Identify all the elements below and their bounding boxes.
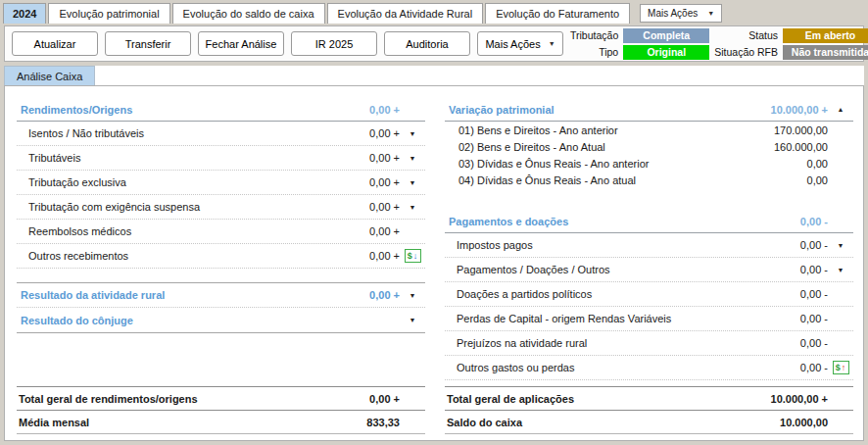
tipo-badge: Original bbox=[623, 45, 709, 60]
content-tab-strip: Análise Caixa bbox=[4, 66, 864, 85]
left-totals: Total geral de rendimentos/origens 0,00 … bbox=[17, 386, 425, 434]
expand-arrow-icon[interactable]: ▼ bbox=[410, 155, 416, 162]
top-tab-bar: 2024 Evolução patrimonial Evolução do sa… bbox=[0, 0, 868, 24]
toolbar-more-actions-label: Mais Ações bbox=[485, 38, 540, 50]
section-title: Pagamentos e doações bbox=[445, 216, 738, 227]
right-totals: Total geral de aplicações 10.000,00 + Sa… bbox=[445, 386, 853, 434]
section-value: 10.000,00 + bbox=[738, 104, 828, 116]
expand-arrow-icon[interactable]: ▼ bbox=[410, 292, 416, 299]
chevron-down-icon: ▼ bbox=[549, 40, 555, 47]
variacao-column: Variação patrimonial 10.000,00 + ▲ 01) B… bbox=[445, 98, 853, 434]
total-rendimentos-row: Total geral de rendimentos/origens 0,00 … bbox=[17, 386, 425, 410]
analise-caixa-panel: Rendimentos/Origens 0,00 + Isentos / Não… bbox=[4, 85, 864, 441]
pagamentos-doacoes-header: Pagamentos e doações 0,00 - bbox=[445, 210, 853, 233]
variacao-patrimonial-header: Variação patrimonial 10.000,00 + ▲ bbox=[445, 98, 853, 122]
situacao-rfb-label: Situação RFB bbox=[714, 46, 778, 58]
expand-arrow-icon[interactable]: ▼ bbox=[410, 179, 416, 186]
fechar-analise-button[interactable]: Fechar Análise bbox=[198, 31, 284, 56]
expand-arrow-icon[interactable]: ▼ bbox=[410, 317, 416, 323]
row-outros-gastos-perdas: Outros gastos ou perdas 0,00 - $↑ bbox=[445, 356, 853, 380]
status-badge: Em aberto bbox=[783, 28, 868, 43]
row-reembolsos-medicos: Reembolsos médicos 0,00 + bbox=[17, 220, 425, 244]
collapse-arrow-icon[interactable]: ▲ bbox=[838, 106, 844, 113]
expand-arrow-icon[interactable]: ▼ bbox=[838, 267, 844, 273]
tributacao-badge: Completa bbox=[623, 28, 709, 43]
auditoria-button[interactable]: Auditoria bbox=[384, 31, 470, 56]
item-bens-direitos-ano-atual: 02) Bens e Direitos - Ano Atual 160.000,… bbox=[445, 138, 853, 155]
top-more-actions-button[interactable]: Mais Ações ▼ bbox=[640, 4, 722, 23]
tab-evolucao-patrimonial[interactable]: Evolução patrimonial bbox=[48, 3, 169, 24]
tipo-label: Tipo bbox=[570, 46, 618, 58]
app-window: 2024 Evolução patrimonial Evolução do sa… bbox=[0, 0, 868, 445]
item-dividas-onus-ano-atual: 04) Dívidas e Ônus Reais - Ano atual 0,0… bbox=[445, 172, 853, 188]
transferir-button[interactable]: Transferir bbox=[105, 31, 191, 56]
section-value: 0,00 - bbox=[738, 216, 828, 227]
chevron-down-icon: ▼ bbox=[707, 10, 714, 17]
row-perdas-capital-rendas-variaveis: Perdas de Capital - origem Rendas Variáv… bbox=[445, 307, 853, 331]
tab-year-2024[interactable]: 2024 bbox=[3, 3, 46, 24]
tab-evolucao-saldo-caixa[interactable]: Evolução do saldo de caixa bbox=[172, 3, 325, 24]
row-outros-recebimentos: Outros recebimentos 0,00 + $↓ bbox=[17, 244, 425, 269]
tab-analise-caixa[interactable]: Análise Caixa bbox=[4, 66, 95, 85]
status-label: Status bbox=[714, 29, 778, 41]
section-title: Variação patrimonial bbox=[445, 104, 738, 116]
tributacao-label: Tributação bbox=[570, 29, 618, 41]
expand-arrow-icon[interactable]: ▼ bbox=[838, 242, 844, 249]
row-pagamentos-doacoes-outros: Pagamentos / Doações / Outros 0,00 - ▼ bbox=[445, 258, 853, 282]
item-bens-direitos-ano-anterior: 01) Bens e Direitos - Ano anterior 170.0… bbox=[445, 122, 853, 138]
toolbar-panel: Atualizar Transferir Fechar Análise IR 2… bbox=[4, 25, 864, 62]
row-doacoes-partidos-politicos: Doações a partidos políticos 0,00 - bbox=[445, 282, 853, 307]
row-isentos-nao-tributaveis: Isentos / Não tributáveis 0,00 + ▼ bbox=[17, 122, 425, 146]
section-title: Rendimentos/Origens bbox=[17, 104, 310, 116]
ir-2025-button[interactable]: IR 2025 bbox=[291, 31, 377, 56]
row-resultado-atividade-rural: Resultado da atividade rural 0,00 + ▼ bbox=[17, 283, 425, 308]
row-prejuizos-atividade-rural: Prejuízos na atividade rural 0,00 - bbox=[445, 331, 853, 356]
row-resultado-conjuge: Resultado do cônjuge ▼ bbox=[17, 308, 425, 332]
tab-evolucao-faturamento[interactable]: Evolução do Faturamento bbox=[485, 3, 630, 24]
row-impostos-pagos: Impostos pagos 0,00 - ▼ bbox=[445, 233, 853, 258]
rendimentos-column: Rendimentos/Origens 0,00 + Isentos / Não… bbox=[17, 98, 425, 434]
toolbar-more-actions-button[interactable]: Mais Ações ▼ bbox=[477, 31, 563, 56]
money-down-icon[interactable]: $↓ bbox=[405, 249, 421, 263]
resultado-block: Resultado da atividade rural 0,00 + ▼ Re… bbox=[17, 282, 425, 333]
total-aplicacoes-row: Total geral de aplicações 10.000,00 + bbox=[445, 386, 853, 410]
tab-evolucao-atividade-rural[interactable]: Evolução da Atividade Rural bbox=[327, 3, 484, 24]
row-tributaveis: Tributáveis 0,00 + ▼ bbox=[17, 146, 425, 171]
item-dividas-onus-ano-anterior: 03) Dívidas e Ônus Reais - Ano anterior … bbox=[445, 155, 853, 172]
toolbar-buttons: Atualizar Transferir Fechar Análise IR 2… bbox=[12, 31, 570, 56]
rendimentos-origens-header: Rendimentos/Origens 0,00 + bbox=[17, 98, 425, 122]
section-value: 0,00 + bbox=[310, 104, 400, 116]
row-tributacao-exigencia-suspensa: Tributação com exigência suspensa 0,00 +… bbox=[17, 195, 425, 220]
atualizar-button[interactable]: Atualizar bbox=[12, 31, 98, 56]
media-mensal-row: Média mensal 833,33 bbox=[17, 410, 425, 433]
expand-arrow-icon[interactable]: ▼ bbox=[410, 204, 416, 211]
saldo-caixa-row: Saldo do caixa 10.000,00 bbox=[445, 410, 853, 433]
situacao-rfb-badge: Não transmitida bbox=[783, 45, 868, 60]
row-tributacao-exclusiva: Tributação exclusiva 0,00 + ▼ bbox=[17, 171, 425, 195]
expand-arrow-icon[interactable]: ▼ bbox=[410, 130, 416, 137]
money-up-icon[interactable]: $↑ bbox=[833, 361, 849, 374]
status-panel: Tributação Completa Status Em aberto Tip… bbox=[570, 28, 868, 60]
top-more-actions-label: Mais Ações bbox=[648, 8, 698, 19]
